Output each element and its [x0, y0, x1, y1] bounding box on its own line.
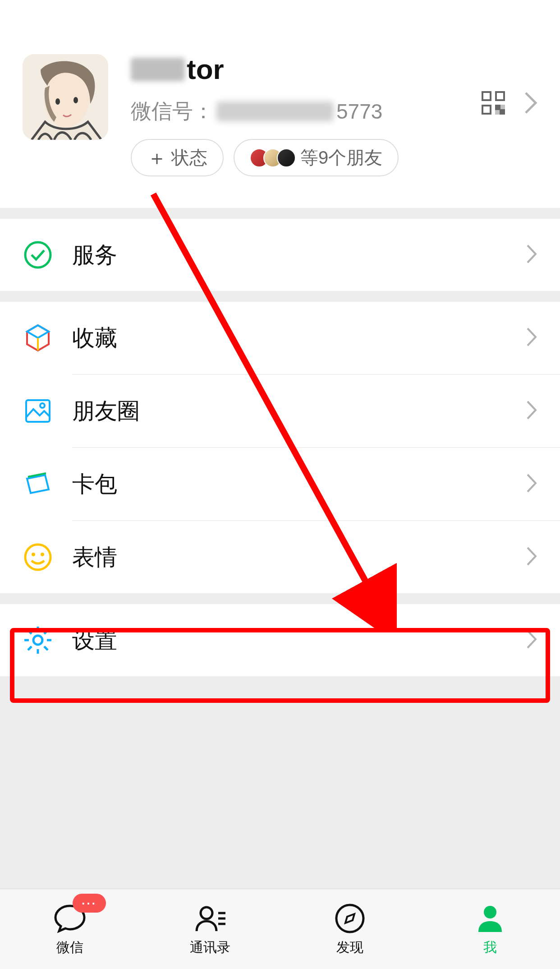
section-settings: 设置: [0, 604, 560, 676]
tab-wechat-label: 微信: [56, 938, 83, 957]
svg-rect-9: [500, 106, 504, 109]
friend-avatars: [250, 148, 296, 167]
services-icon: [23, 240, 53, 270]
svg-point-10: [25, 242, 50, 268]
tab-discover[interactable]: 发现: [280, 889, 420, 969]
svg-rect-6: [496, 106, 500, 109]
favorites-icon: [23, 323, 53, 353]
svg-line-26: [44, 646, 48, 650]
tab-discover-label: 发现: [336, 938, 363, 957]
svg-rect-3: [482, 92, 491, 100]
svg-rect-4: [496, 92, 504, 100]
chevron-right-icon: [526, 400, 537, 422]
status-button[interactable]: ＋ 状态: [131, 139, 224, 176]
svg-line-27: [44, 630, 48, 634]
profile-actions: [481, 90, 537, 117]
chevron-right-icon: [526, 473, 537, 495]
tab-me[interactable]: 我: [420, 889, 560, 969]
favorites-label: 收藏: [72, 323, 526, 353]
wechat-id-label: 微信号：: [131, 97, 214, 125]
svg-point-1: [55, 98, 60, 105]
svg-rect-14: [26, 400, 50, 422]
services-label: 服务: [72, 240, 526, 270]
wechat-id-row: 微信号： 5773: [131, 97, 537, 125]
settings-icon: [23, 625, 53, 655]
profile-info: tor 微信号： 5773 ＋ 状态 等9个朋友: [108, 54, 537, 176]
cards-row[interactable]: 卡包: [0, 448, 560, 520]
favorites-row[interactable]: 收藏: [0, 302, 560, 374]
moments-label: 朋友圈: [72, 396, 526, 426]
cards-icon: [23, 469, 53, 499]
svg-point-18: [32, 553, 35, 556]
cards-label: 卡包: [72, 469, 526, 499]
discover-icon: [333, 901, 367, 936]
stickers-icon: [23, 542, 53, 572]
chevron-right-icon: [526, 327, 537, 349]
section-content: 收藏 朋友圈 卡包 表情: [0, 302, 560, 593]
me-screen: tor 微信号： 5773 ＋ 状态 等9个朋友: [0, 0, 560, 969]
svg-point-15: [40, 403, 45, 408]
plus-icon: ＋: [147, 148, 167, 168]
status-button-label: 状态: [171, 145, 207, 170]
status-pills: ＋ 状态 等9个朋友: [131, 139, 537, 176]
friends-status-button[interactable]: 等9个朋友: [234, 139, 399, 176]
svg-point-2: [73, 97, 78, 103]
chevron-right-icon: [524, 91, 537, 116]
settings-label: 设置: [72, 625, 526, 655]
chevron-right-icon: [526, 629, 537, 651]
svg-rect-8: [496, 110, 500, 114]
svg-rect-7: [500, 110, 504, 114]
services-row[interactable]: 服务: [0, 219, 560, 291]
svg-line-28: [28, 646, 32, 650]
nickname-text: tor: [187, 54, 224, 85]
wechat-id-suffix: 5773: [336, 99, 382, 124]
svg-point-30: [201, 907, 212, 919]
moments-row[interactable]: 朋友圈: [0, 375, 560, 447]
profile-card[interactable]: tor 微信号： 5773 ＋ 状态 等9个朋友: [0, 0, 560, 208]
contacts-icon: [193, 901, 227, 936]
svg-point-34: [336, 905, 363, 932]
tab-wechat[interactable]: ⋯ 微信: [0, 889, 140, 969]
friends-status-label: 等9个朋友: [300, 145, 382, 170]
svg-line-25: [28, 630, 32, 634]
chevron-right-icon: [526, 546, 537, 568]
section-services: 服务: [0, 219, 560, 291]
tab-contacts[interactable]: 通讯录: [140, 889, 280, 969]
settings-row[interactable]: 设置: [0, 604, 560, 676]
me-icon: [473, 901, 507, 936]
tab-bar: ⋯ 微信 通讯录 发现 我: [0, 889, 560, 969]
unread-badge: ⋯: [73, 894, 106, 913]
stickers-label: 表情: [72, 542, 526, 572]
chevron-right-icon: [526, 244, 537, 266]
avatar[interactable]: [23, 54, 108, 140]
svg-point-19: [41, 553, 44, 556]
tab-contacts-label: 通讯录: [190, 938, 230, 957]
qr-code-icon[interactable]: [481, 90, 506, 117]
moments-icon: [23, 396, 53, 426]
stickers-row[interactable]: 表情: [0, 521, 560, 593]
svg-point-20: [33, 636, 42, 645]
nickname: tor: [131, 54, 537, 85]
redaction-blur: [131, 58, 185, 81]
svg-point-17: [25, 544, 50, 570]
tab-me-label: 我: [483, 938, 497, 957]
svg-rect-5: [482, 106, 491, 114]
svg-marker-35: [345, 914, 354, 923]
redaction-blur: [216, 102, 334, 121]
svg-point-36: [484, 906, 496, 918]
svg-marker-12: [27, 325, 49, 338]
